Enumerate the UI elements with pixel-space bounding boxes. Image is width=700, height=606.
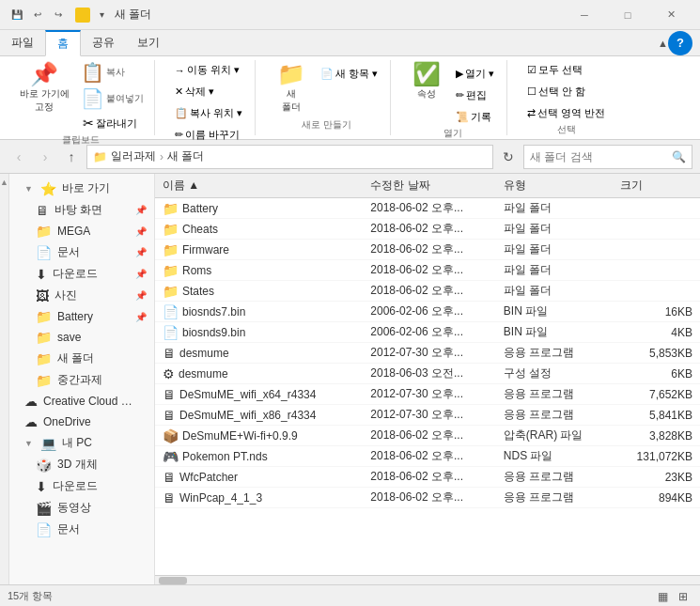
breadcrumb-current: 새 폴더 xyxy=(167,148,204,164)
sidebar-item-3d[interactable]: 🎲 3D 개체 xyxy=(9,454,154,475)
sidebar-label: 3D 개체 xyxy=(57,457,98,473)
sidebar: ▼ ⭐ 바로 가기 🖥 바탕 화면 📌 📁 MEGA 📌 📄 문서 📌 ⬇ xyxy=(9,174,155,584)
table-row[interactable]: 🖥 DeSmuME_wifi_x64_r4334 2012-07-30 오후..… xyxy=(155,384,700,405)
sidebar-scroll-up[interactable]: ▲ xyxy=(0,174,9,584)
sidebar-item-downloads2[interactable]: ⬇ 다운로드 xyxy=(9,475,154,497)
maximize-btn[interactable]: □ xyxy=(606,0,649,30)
select-all-btn[interactable]: ☑ 모두 선택 xyxy=(522,60,610,80)
col-size[interactable]: 크기 xyxy=(613,174,700,198)
sidebar-item-onedrive[interactable]: ☁ OneDrive xyxy=(9,412,154,432)
file-name-cell: 📁 Battery xyxy=(155,198,363,219)
back-btn[interactable]: ‹ xyxy=(8,146,30,168)
sidebar-item-mypc[interactable]: ▼ 💻 내 PC xyxy=(9,432,154,454)
sidebar-item-newfolder[interactable]: 📁 새 폴더 xyxy=(9,348,154,369)
file-size xyxy=(613,240,700,260)
redo-quick-btn[interactable]: ↪ xyxy=(49,6,68,24)
ribbon-group-clipboard: 📌 바로 가기에고정 📋 복사 📄 붙여넣기 ✂ 잘라내기 xyxy=(8,60,155,135)
file-name-cell: 📦 DeSmuME+Wi-fi+0.9.9 xyxy=(155,426,363,446)
large-icons-btn[interactable]: ⊞ xyxy=(674,587,692,606)
sidebar-label: Creative Cloud Fil... xyxy=(43,395,137,408)
sidebar-item-docs[interactable]: 📄 문서 📌 xyxy=(9,241,154,263)
tab-view[interactable]: 보기 xyxy=(126,30,171,55)
rename-btn[interactable]: ✏ 이름 바꾸기 xyxy=(170,125,247,145)
tab-home[interactable]: 홈 xyxy=(45,30,81,56)
customize-quick-btn[interactable]: ▾ xyxy=(92,6,111,24)
sidebar-item-photos[interactable]: 🖼 사진 📌 xyxy=(9,285,154,306)
tab-share[interactable]: 공유 xyxy=(81,30,126,55)
properties-btn[interactable]: ✅ 속성 xyxy=(406,60,447,103)
table-row[interactable]: 🎮 Pokemon PT.nds 2018-06-02 오후... NDS 파일… xyxy=(155,446,700,467)
forward-btn[interactable]: › xyxy=(34,146,56,168)
sidebar-label: 동영상 xyxy=(57,500,91,516)
table-row[interactable]: 🖥 desmume 2012-07-30 오후... 응용 프로그램 5,853… xyxy=(155,343,700,364)
sidebar-container: ▲ ▼ ⭐ 바로 가기 🖥 바탕 화면 📌 📁 MEGA 📌 📄 문서 xyxy=(0,174,155,584)
open-btn[interactable]: ▶ 열기 ▾ xyxy=(451,64,499,84)
edit-btn[interactable]: ✏ 편집 xyxy=(451,85,499,105)
col-type[interactable]: 유형 xyxy=(496,174,613,198)
sidebar-item-mega[interactable]: 📁 MEGA 📌 xyxy=(9,221,154,241)
cut-btn[interactable]: ✂ 잘라내기 xyxy=(78,113,147,133)
file-date: 2018-06-02 오후... xyxy=(363,446,496,467)
table-row[interactable]: 🖥 WinPcap_4_1_3 2018-06-02 오후... 응용 프로그램… xyxy=(155,488,700,508)
tab-file[interactable]: 파일 xyxy=(0,30,45,55)
select-none-icon: ☐ xyxy=(527,85,537,98)
minimize-btn[interactable]: ─ xyxy=(563,0,606,30)
history-btn[interactable]: 📜 기록 xyxy=(451,107,499,127)
select-none-btn[interactable]: ☐ 선택 안 함 xyxy=(522,82,610,101)
table-row[interactable]: 📁 Firmware 2018-06-02 오후... 파일 폴더 xyxy=(155,240,700,260)
ribbon: 파일 홈 공유 보기 ▲ ? 📌 바로 가기에고정 📋 복사 xyxy=(0,30,700,140)
file-name-cell: 🖥 DeSmuME_wifi_x64_r4334 xyxy=(155,384,363,405)
close-btn[interactable]: ✕ xyxy=(649,0,692,30)
paste-btn[interactable]: 📄 붙여넣기 xyxy=(78,86,147,111)
table-row[interactable]: 📄 biosnds7.bin 2006-02-06 오후... BIN 파일 1… xyxy=(155,302,700,322)
battery-folder-icon: 📁 xyxy=(36,309,52,324)
details-view-btn[interactable]: ▦ xyxy=(653,587,672,606)
sidebar-item-creative[interactable]: ☁ Creative Cloud Fil... xyxy=(9,391,154,412)
copy-btn[interactable]: 📋 복사 xyxy=(78,60,147,85)
col-name[interactable]: 이름 ▲ xyxy=(155,174,363,198)
sidebar-item-save[interactable]: 📁 save xyxy=(9,327,154,348)
new-folder-btn[interactable]: 📁 새폴더 xyxy=(271,60,312,117)
copy-to-btn[interactable]: 📋 복사 위치 ▾ xyxy=(170,103,247,123)
table-row[interactable]: 🖥 WfcPatcher 2018-06-02 오후... 응용 프로그램 23… xyxy=(155,467,700,488)
up-btn[interactable]: ↑ xyxy=(60,146,83,168)
file-name: biosnds7.bin xyxy=(182,305,245,319)
invert-selection-btn[interactable]: ⇄ 선택 영역 반전 xyxy=(522,103,610,123)
sidebar-item-desktop[interactable]: 🖥 바탕 화면 📌 xyxy=(9,199,154,221)
pin-icon: 📌 xyxy=(135,205,147,215)
sidebar-item-downloads[interactable]: ⬇ 다운로드 📌 xyxy=(9,263,154,285)
file-name-cell: 🖥 DeSmuME_wifi_x86_r4334 xyxy=(155,405,363,426)
delete-btn[interactable]: ✕ 삭제 ▾ xyxy=(170,82,247,101)
clipboard-buttons: 📌 바로 가기에고정 📋 복사 📄 붙여넣기 ✂ 잘라내기 xyxy=(15,60,147,133)
file-size: 6KB xyxy=(613,364,700,384)
sidebar-item-video[interactable]: 🎬 동영상 xyxy=(9,497,154,519)
pin-btn[interactable]: 📌 바로 가기에고정 xyxy=(15,60,74,117)
table-row[interactable]: 📄 biosnds9.bin 2006-02-06 오후... BIN 파일 4… xyxy=(155,322,700,343)
help-btn[interactable]: ? xyxy=(668,31,692,55)
table-row[interactable]: 📁 Cheats 2018-06-02 오후... 파일 폴더 xyxy=(155,219,700,240)
new-item-btn[interactable]: 📄 새 항목 ▾ xyxy=(316,64,382,84)
sidebar-item-battery[interactable]: 📁 Battery 📌 xyxy=(9,306,154,327)
sidebar-item-docs2[interactable]: 📄 문서 xyxy=(9,519,154,540)
sidebar-item-quickaccess[interactable]: ▼ ⭐ 바로 가기 xyxy=(9,178,154,199)
horizontal-scrollbar[interactable] xyxy=(155,575,700,584)
undo-quick-btn[interactable]: ↩ xyxy=(28,6,47,24)
search-input[interactable] xyxy=(530,150,668,163)
search-box: 🔍 xyxy=(523,145,692,169)
collapse-ribbon-btn[interactable]: ▲ xyxy=(658,38,668,49)
table-row[interactable]: ⚙ desmume 2018-06-03 오전... 구성 설정 6KB xyxy=(155,364,700,384)
file-name: Firmware xyxy=(182,243,229,256)
table-row[interactable]: 📁 Roms 2018-06-02 오후... 파일 폴더 xyxy=(155,260,700,281)
table-row[interactable]: 📦 DeSmuME+Wi-fi+0.9.9 2018-06-02 오후... 압… xyxy=(155,426,700,446)
refresh-btn[interactable]: ↻ xyxy=(497,146,520,168)
file-name-cell: 📁 Cheats xyxy=(155,219,363,240)
table-row[interactable]: 🖥 DeSmuME_wifi_x86_r4334 2012-07-30 오후..… xyxy=(155,405,700,426)
table-row[interactable]: 📁 States 2018-06-02 오후... 파일 폴더 xyxy=(155,281,700,302)
sidebar-item-midterm[interactable]: 📁 중간과제 xyxy=(9,369,154,391)
table-row[interactable]: 📁 Battery 2018-06-02 오후... 파일 폴더 xyxy=(155,198,700,219)
downloads2-icon: ⬇ xyxy=(36,479,47,494)
move-to-btn[interactable]: → 이동 위치 ▾ xyxy=(170,60,247,80)
breadcrumb[interactable]: 📁 일러과제 › 새 폴더 xyxy=(86,145,493,169)
col-date[interactable]: 수정한 날짜 xyxy=(363,174,496,198)
save-quick-btn[interactable]: 💾 xyxy=(8,6,26,24)
